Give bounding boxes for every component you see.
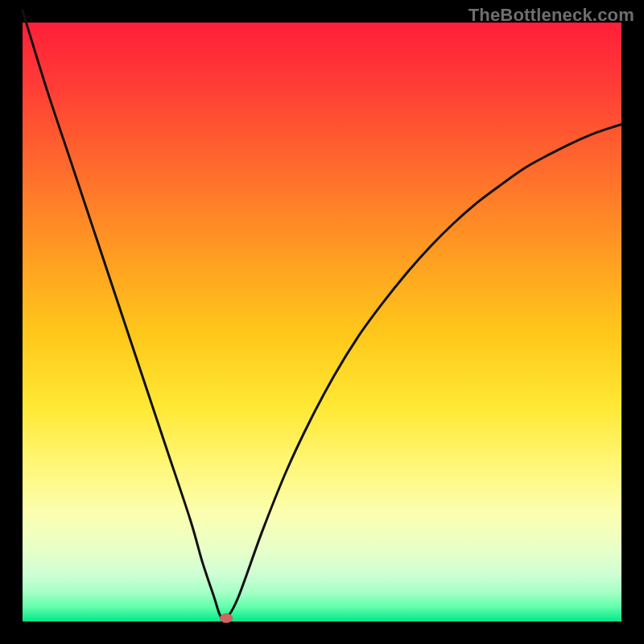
curve-path xyxy=(23,10,621,620)
bottleneck-curve xyxy=(23,23,621,621)
chart-frame: TheBottleneck.com xyxy=(0,0,644,644)
watermark-text: TheBottleneck.com xyxy=(469,5,634,26)
min-marker-dot xyxy=(220,613,233,623)
chart-plot-area xyxy=(23,23,621,621)
